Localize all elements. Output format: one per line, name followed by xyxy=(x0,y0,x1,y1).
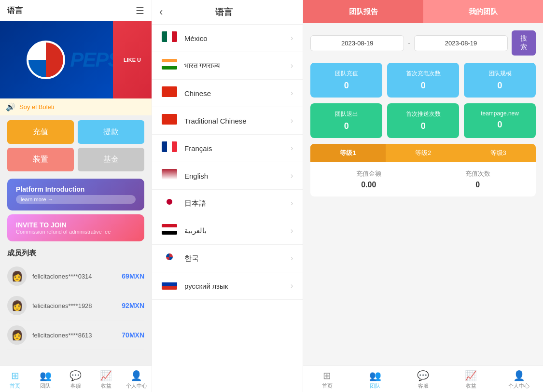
left-nav-team[interactable]: 👥 团队 xyxy=(30,366,61,392)
date-from-input[interactable] xyxy=(310,35,404,51)
stat-value: 0 xyxy=(469,81,531,91)
table-row: 👩 felicitaciones****8613 70MXN xyxy=(7,321,144,350)
list-item[interactable]: Chinese › xyxy=(152,80,303,107)
language-list: México › भारत गणराज्य › Chinese › Tradit… xyxy=(152,25,303,392)
members-section: 成员列表 👩 felicitaciones****0314 69MXN 👩 fe… xyxy=(0,244,152,352)
chevron-right-icon: › xyxy=(291,254,293,263)
search-button[interactable]: 搜索 xyxy=(512,30,536,56)
stat-value: 0 xyxy=(392,81,454,91)
right-nav-service[interactable]: 💬 客服 xyxy=(399,366,447,392)
stat-title: teampage.new xyxy=(469,110,531,117)
language-panel: ‹ 语言 México › भारत गणराज्य › Chinese › T… xyxy=(152,0,303,392)
nav-label: 首页 xyxy=(10,382,20,390)
action-buttons: 充值 提款 装置 基金 xyxy=(0,115,152,176)
withdraw-button[interactable]: 提款 xyxy=(78,120,144,144)
right-tabs: 团队报告 我的团队 xyxy=(303,0,543,23)
promo-banner-1-title: Platform Introduction xyxy=(16,185,136,193)
list-item[interactable]: русский язык › xyxy=(152,272,303,300)
list-item[interactable]: English › xyxy=(152,162,303,190)
left-nav-service[interactable]: 💬 客服 xyxy=(61,366,91,392)
list-item[interactable]: Français › xyxy=(152,135,303,162)
detail-label: 充值金额 xyxy=(318,169,419,178)
chevron-right-icon: › xyxy=(291,116,293,125)
flag-mx xyxy=(162,31,177,45)
member-amount: 92MXN xyxy=(122,302,144,309)
promo-banner-1-sub: learn more → xyxy=(16,195,136,204)
chat-icon[interactable]: ☰ xyxy=(136,5,144,16)
language-title: 语言 xyxy=(167,6,280,18)
list-item[interactable]: 한국 › xyxy=(152,245,303,272)
list-item[interactable]: Traditional Chinese › xyxy=(152,107,303,135)
flag-cn xyxy=(162,86,177,100)
right-nav-team[interactable]: 👥 团队 xyxy=(351,366,399,392)
list-item[interactable]: 日本語 › xyxy=(152,190,303,217)
banner-right: LIKE U xyxy=(113,21,152,98)
home-icon: ⊞ xyxy=(11,370,19,381)
promo-banner-1[interactable]: Platform Introduction learn more → xyxy=(7,179,144,210)
member-amount: 70MXN xyxy=(122,331,144,339)
list-item[interactable]: भारत गणराज्य › xyxy=(152,52,303,80)
date-separator: - xyxy=(408,39,410,47)
fund-button[interactable]: 基金 xyxy=(78,148,144,171)
right-nav-earnings[interactable]: 📈 收益 xyxy=(447,366,495,392)
level-tab-2[interactable]: 等级2 xyxy=(386,144,461,162)
earnings-icon: 📈 xyxy=(100,370,112,381)
right-nav-profile[interactable]: 👤 个人中心 xyxy=(495,366,543,392)
left-panel: 语言 ☰ PEPSI LIKE U 🔊 Soy el Boleti 充值 提款 … xyxy=(0,0,152,392)
back-button[interactable]: ‹ xyxy=(159,6,163,18)
stat-title: 团队退出 xyxy=(315,110,377,118)
team-icon: 👥 xyxy=(369,370,381,381)
pepsi-circle xyxy=(27,41,65,79)
tab-team-report[interactable]: 团队报告 xyxy=(303,0,423,23)
nav-label: 收益 xyxy=(101,382,111,390)
level-tab-3[interactable]: 等级3 xyxy=(460,144,536,162)
stat-card-first-recharge: 首次充电次数 0 xyxy=(387,63,459,98)
chevron-right-icon: › xyxy=(291,171,293,180)
chevron-right-icon: › xyxy=(291,61,293,70)
banner-area: PEPSI LIKE U xyxy=(0,21,152,98)
level-detail-recharge-count: 充值次数 0 xyxy=(427,169,529,189)
lang-name: 日本語 xyxy=(184,199,291,208)
lang-name: Traditional Chinese xyxy=(184,117,291,125)
left-nav-earnings[interactable]: 📈 收益 xyxy=(91,366,121,392)
stat-card-team-exit: 团队退出 0 xyxy=(310,103,382,138)
left-nav-profile[interactable]: 👤 个人中心 xyxy=(121,366,152,392)
flag-us xyxy=(162,169,177,182)
member-name: felicitaciones****1928 xyxy=(32,302,122,309)
member-name: felicitaciones****8613 xyxy=(32,332,122,339)
recharge-button[interactable]: 充值 xyxy=(7,120,74,144)
list-item[interactable]: México › xyxy=(152,25,303,52)
profile-icon: 👤 xyxy=(513,370,525,381)
level-detail-grid: 充值金额 0.00 充值次数 0 xyxy=(318,169,529,189)
left-nav-home[interactable]: ⊞ 首页 xyxy=(0,366,30,392)
stat-card-team-recharge: 团队充值 0 xyxy=(310,63,382,98)
stat-card-teampage-new: teampage.new 0 xyxy=(464,103,536,138)
list-item[interactable]: بالعربية › xyxy=(152,217,303,245)
members-title: 成员列表 xyxy=(7,249,144,258)
earnings-icon: 📈 xyxy=(465,370,477,381)
promo-banner-2[interactable]: INVITE TO JOIN Commission refund of admi… xyxy=(7,214,144,241)
stat-value: 0 xyxy=(469,120,531,130)
stat-card-team-size: 团队规模 0 xyxy=(464,63,536,98)
stat-title: 团队规模 xyxy=(469,70,531,78)
level-tab-2-label: 等级2 xyxy=(415,149,431,156)
pepsi-logo: PEPSI xyxy=(27,41,125,79)
promo-banner-2-title: INVITE TO JOIN xyxy=(16,221,136,229)
lang-name: 한국 xyxy=(184,254,291,263)
chevron-right-icon: › xyxy=(291,34,293,42)
stat-card-first-push: 首次推送次数 0 xyxy=(387,103,459,138)
service-icon: 💬 xyxy=(417,370,429,381)
stat-title: 首次充电次数 xyxy=(392,70,454,78)
level-tab-1-label: 等级1 xyxy=(340,149,356,156)
nav-label: 个人中心 xyxy=(126,382,147,390)
right-nav-home[interactable]: ⊞ 首页 xyxy=(303,366,351,392)
tab-team-report-label: 团队报告 xyxy=(349,7,378,16)
settings-button[interactable]: 装置 xyxy=(7,148,74,171)
lang-name: Français xyxy=(184,144,291,153)
tab-my-team[interactable]: 我的团队 xyxy=(423,0,543,23)
left-header: 语言 ☰ xyxy=(0,0,152,21)
date-to-input[interactable] xyxy=(414,35,508,51)
table-row: 👩 felicitaciones****1928 92MXN xyxy=(7,291,144,321)
level-tab-1[interactable]: 等级1 xyxy=(310,144,386,162)
flag-kr xyxy=(162,252,177,265)
